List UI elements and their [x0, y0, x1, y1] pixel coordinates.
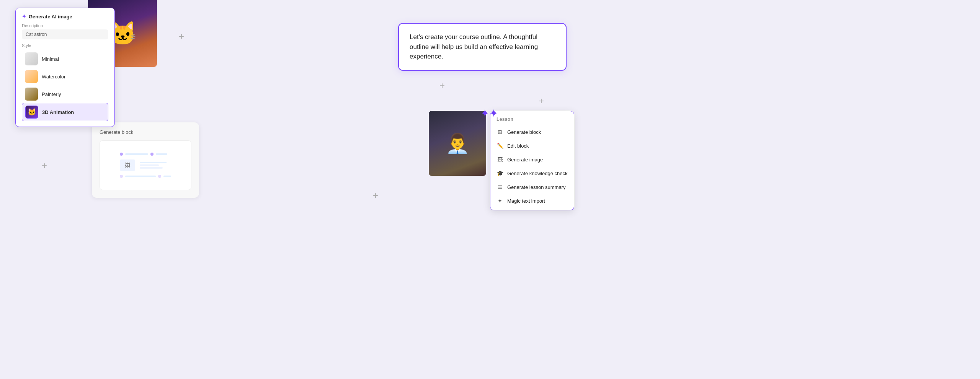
diagram-textline3: [140, 167, 163, 169]
menu-item-lesson-summary[interactable]: ☰ Generate lesson summary: [490, 180, 574, 194]
generate-block-title: Generate block: [100, 129, 191, 135]
course-outline-bubble: Let's create your course outline. A thou…: [398, 23, 567, 71]
ai-image-panel: ✦ Generate AI image Description Cat astr…: [15, 8, 115, 127]
generate-image-icon: 🖼: [497, 156, 503, 163]
style-3d-animation[interactable]: 🐱 3D Animation: [22, 103, 108, 121]
edit-block-icon: ✏️: [497, 143, 503, 149]
generate-image-label: Generate image: [507, 157, 543, 163]
watercolor-thumb: [25, 70, 38, 83]
magic-text-icon: ✦: [497, 198, 503, 204]
3danim-thumb: 🐱: [25, 106, 38, 119]
watercolor-label: Watercolor: [42, 74, 65, 80]
ai-panel-title: Generate AI image: [29, 14, 72, 20]
generate-block-label: Generate block: [507, 129, 541, 135]
diagram-line2: [156, 153, 167, 155]
diagram-textline1: [140, 162, 167, 163]
menu-item-knowledge-check[interactable]: 🎓 Generate knowledge check: [490, 166, 574, 180]
menu-item-generate-block[interactable]: ⊞ Generate block: [490, 125, 574, 139]
painterly-label: Painterly: [42, 91, 61, 97]
plus-icon-4: +: [539, 96, 544, 106]
menu-item-edit-block[interactable]: ✏️ Edit block: [490, 139, 574, 153]
minimal-label: Minimal: [42, 56, 59, 62]
lesson-section-label: Lesson: [490, 117, 574, 125]
block-diagram: 🖼: [120, 153, 171, 178]
generate-block-card: Generate block 🖼: [92, 122, 199, 198]
generate-block-inner: 🖼: [100, 140, 191, 190]
lesson-menu: Lesson ⊞ Generate block ✏️ Edit block 🖼 …: [490, 111, 574, 210]
course-outline-text: Let's create your course outline. A thou…: [410, 33, 538, 60]
lesson-panel-wrap: ✦✦ 👨‍💼 Lesson ⊞ Generate block ✏️ Edit b…: [429, 111, 574, 210]
minimal-thumb: [25, 52, 38, 65]
lesson-summary-label: Generate lesson summary: [507, 184, 565, 190]
lesson-summary-icon: ☰: [497, 184, 503, 190]
diagram-dot4: [158, 175, 161, 178]
painterly-thumb: [25, 88, 38, 101]
ai-panel-header: ✦ Generate AI image: [22, 13, 108, 20]
knowledge-check-label: Generate knowledge check: [507, 171, 568, 176]
sparkle-icon: ✦: [22, 13, 26, 20]
magic-text-label: Magic text import: [507, 198, 545, 204]
style-painterly[interactable]: Painterly: [22, 85, 108, 103]
description-label: Description: [22, 23, 108, 28]
diagram-img: 🖼: [120, 159, 135, 171]
plus-icon-3: +: [439, 81, 445, 90]
diagram-dot1: [120, 153, 123, 156]
sparkle-badge: ✦✦: [480, 107, 498, 120]
diagram-line3: [125, 176, 156, 177]
menu-item-generate-image[interactable]: 🖼 Generate image: [490, 153, 574, 166]
diagram-line1: [125, 153, 148, 155]
edit-block-label: Edit block: [507, 143, 529, 149]
style-label: Style: [22, 43, 108, 48]
menu-item-magic-text-import[interactable]: ✦ Magic text import: [490, 194, 574, 208]
plus-icon-5: +: [373, 191, 378, 200]
style-list: Minimal Watercolor Painterly 🐱 3D Animat…: [22, 50, 108, 121]
lesson-person-photo: 👨‍💼: [429, 111, 486, 176]
diagram-dot3: [120, 175, 123, 178]
description-input[interactable]: Cat astron: [22, 29, 108, 39]
plus-icon-2: +: [42, 161, 47, 170]
generate-block-icon: ⊞: [497, 129, 503, 135]
photo-placeholder: 👨‍💼: [429, 111, 486, 176]
style-minimal[interactable]: Minimal: [22, 50, 108, 68]
3danim-label: 3D Animation: [42, 109, 74, 115]
knowledge-check-icon: 🎓: [497, 170, 503, 176]
diagram-textline2: [140, 164, 159, 166]
diagram-dot2: [150, 153, 154, 156]
plus-icon-1: +: [179, 32, 184, 41]
diagram-line4: [163, 176, 171, 177]
style-watercolor[interactable]: Watercolor: [22, 68, 108, 85]
